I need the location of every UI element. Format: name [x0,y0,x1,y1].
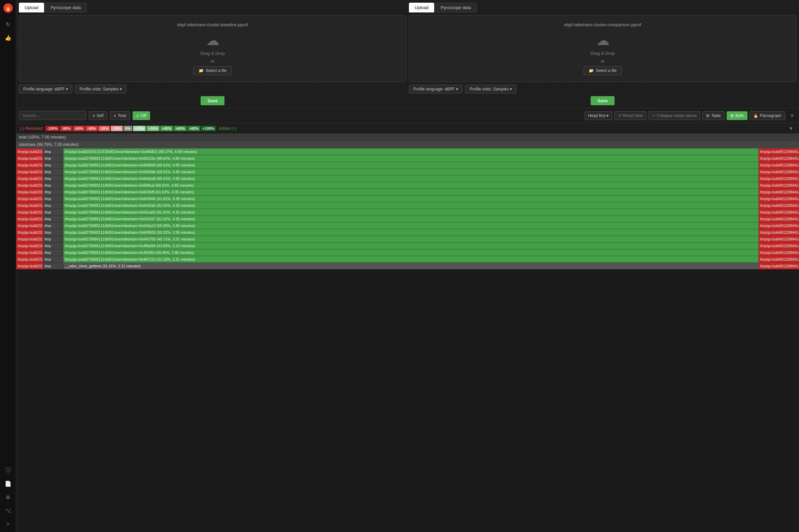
center-bar[interactable]: /tmp/go-build270690111/b001/exe/rideshar… [63,155,759,162]
flame-row[interactable]: /tmp/go-build2319115373//tmp//tmp/tmp/go… [16,236,799,243]
flame-row[interactable]: /tmp/go-build2319115373/b/tmp/tmp/go-bui… [16,175,799,182]
flame-row[interactable]: /tmp/go-build2319115373/b/tmp/tmp/go-bui… [16,182,799,189]
flame-row[interactable]: /tmp/go-build2319115373//tmp/tmp/tmp/go-… [16,202,799,209]
center-bar[interactable]: __vdso_clock_gettime (31.31%, 2.21 minut… [63,263,759,269]
left-red-bar[interactable]: /tmp/go-build2319115373/b [16,148,43,155]
left-dark-bar[interactable]: /tmp [43,236,63,243]
left-pyroscope-tab[interactable]: Pyroscope data [45,3,87,13]
left-red-bar[interactable]: /tmp/go-build2319115373//tmp/ [16,256,43,263]
left-profile-units-btn[interactable]: Profile units: Samples ▾ [75,85,126,94]
collapse-nodes-btn[interactable]: ✂ Collapse nodes above [649,111,701,120]
flame-row[interactable]: /tmp/go-build2319115373/b/tmp/tmp/go-bui… [16,148,799,155]
right-bar[interactable]: /tmp/go-build4012288441/b0 [759,236,799,243]
center-bar[interactable]: /tmp/go-build270690111/b001/exe/rideshar… [63,209,759,215]
expand-icon[interactable]: > [3,518,14,529]
right-bar[interactable]: /tmp/go-build4012288441/b0 [759,162,799,169]
right-profile-language-btn[interactable]: Profile language: eBPF ▾ [409,85,462,94]
left-upload-area[interactable]: ebpf.rideshare-cluster.baseline.pprof ☁ … [19,15,406,82]
left-red-bar[interactable]: /tmp/go-build2319115373/b [16,182,43,189]
head-first-dropdown[interactable]: Head first ▾ [585,111,613,120]
left-dark-bar[interactable]: /tmp [43,256,63,263]
left-dark-bar[interactable]: /tmp [43,182,63,189]
left-dark-bar[interactable]: /tmp [43,189,63,195]
left-dark-bar[interactable]: /tmp [43,148,63,155]
right-bar[interactable]: /tmp/go-build4012288441/b0 [759,263,799,269]
center-bar[interactable]: /tmp/go-build2319115373/b001/exe/ridesha… [63,148,759,155]
self-btn[interactable]: ≡ Self [89,111,107,120]
left-dark-bar[interactable]: /tmp [43,222,63,229]
right-bar[interactable]: /tmp/go-build4012288441/b0 [759,249,799,256]
center-bar[interactable]: /tmp/go-build270690111/b001/exe/rideshar… [63,175,759,182]
left-red-bar[interactable]: /tmp/go-build2319115373//tmp/ [16,236,43,243]
flame-row[interactable]: /tmp/go-build2319115373//tmp/tmp/tmp/go-… [16,195,799,202]
flame-row[interactable]: /tmp/go-build2319115373//tmp//tmp/tmp/go… [16,243,799,249]
plugins-icon[interactable]: ⊕ [3,492,14,502]
left-dark-bar[interactable]: /tmp [43,162,63,169]
table-btn[interactable]: ⊞ Table [703,111,725,120]
left-select-file-btn[interactable]: 📁 Select a file [194,66,232,75]
center-bar[interactable]: /tmp/go-build270690111/b001/exe/rideshar… [63,189,759,195]
left-dark-bar[interactable]: /tmp [43,175,63,182]
menu-icon[interactable]: ≡ [788,113,796,119]
right-bar[interactable]: /tmp/go-build4012288441/b0 [759,256,799,263]
right-bar[interactable]: /tmp/go-build4012288441/b0 [759,169,799,175]
info-icon[interactable]: ⓘ [3,465,14,475]
left-dark-bar[interactable]: /tmp [43,243,63,249]
center-bar[interactable]: /tmp/go-build270690111/b001/exe/rideshar… [63,222,759,229]
left-dark-bar[interactable]: /tmp [43,202,63,209]
center-bar[interactable]: /tmp/go-build270690111/b001/exe/rideshar… [63,195,759,202]
flame-row[interactable]: /tmp/go-build2319115373/b/tmp/tmp/go-bui… [16,155,799,162]
right-bar[interactable]: /tmp/go-build4012288441/b0 [759,148,799,155]
right-upload-area[interactable]: ebpf.rideshare-cluster.comparison.pprof … [409,15,796,82]
left-dark-bar[interactable]: /tmp [43,209,63,215]
flame-row[interactable]: /tmp/go-build2319115373/b/tmp/tmp/go-bui… [16,169,799,175]
left-dark-bar[interactable]: /tmp [43,169,63,175]
left-dark-bar[interactable]: /tmp [43,195,63,202]
refresh-icon[interactable]: ↻ [3,19,14,30]
flame-row[interactable]: /tmp/go-build2319115373//tmp/tmp/tmp/go-… [16,189,799,195]
legend-menu-icon[interactable]: ▾ [787,125,795,132]
left-red-bar[interactable]: /tmp/go-build2319115373//tmp/ [16,243,43,249]
center-bar[interactable]: /tmp/go-build270690111/b001/exe/rideshar… [63,229,759,236]
left-dark-bar[interactable]: /tmp [43,215,63,222]
both-btn[interactable]: ⊞ Both [727,111,747,120]
left-red-bar[interactable]: /tmp/go-build2319115373//tmp [16,195,43,202]
left-dark-bar[interactable]: /tmp [43,249,63,256]
left-red-bar[interactable]: /tmp/go-build2319115373//tmp [16,202,43,209]
left-red-bar[interactable]: /tmp/go-build2319115373//tmp/ [16,222,43,229]
right-bar[interactable]: /tmp/go-build4012288441/b0 [759,222,799,229]
right-pyroscope-tab[interactable]: Pyroscope data [435,3,476,13]
center-bar[interactable]: /tmp/go-build270690111/b001/exe/rideshar… [63,215,759,222]
center-bar[interactable]: /tmp/go-build270690111/b001/exe/rideshar… [63,243,759,249]
flame-row[interactable]: /tmp/go-build2319115373//tmp//tmp/tmp/go… [16,256,799,263]
left-red-bar[interactable]: /tmp/go-build2319115373//tmp [16,189,43,195]
search-input[interactable] [19,111,86,120]
center-bar[interactable]: /tmp/go-build270690111/b001/exe/rideshar… [63,202,759,209]
left-red-bar[interactable]: /tmp/go-build2319115373/b [16,162,43,169]
left-dark-bar[interactable]: /tmp [43,155,63,162]
right-select-file-btn[interactable]: 📁 Select a file [584,66,622,75]
left-dark-bar[interactable]: /tmp [43,229,63,236]
right-upload-tab[interactable]: Upload [409,3,434,13]
right-bar[interactable]: /tmp/go-build4012288441/b0 [759,175,799,182]
right-bar[interactable]: /tmp/go-build4012288441/b0 [759,243,799,249]
center-bar[interactable]: /tmp/go-build270690111/b001/exe/rideshar… [63,182,759,189]
right-bar[interactable]: /tmp/go-build4012288441/b0 [759,209,799,215]
center-bar[interactable]: /tmp/go-build270690111/b001/exe/rideshar… [63,236,759,243]
flame-row[interactable]: /tmp/go-build2319115373//tmp//tmp/tmp/go… [16,229,799,236]
flamegraph-btn[interactable]: 🔥 Flamegraph [749,111,785,120]
right-bar[interactable]: /tmp/go-build4012288441/b0 [759,195,799,202]
github-icon[interactable]: ⌥ [3,505,14,516]
flame-row[interactable]: /tmp/go-build2319115373//tmp/tmp/tmp/go-… [16,209,799,215]
center-bar[interactable]: /tmp/go-build270690111/b001/exe/rideshar… [63,256,759,263]
total-btn[interactable]: ≡ Total [110,111,130,120]
flame-row[interactable]: /tmp/go-build2319115373//tmp//tmp__vdso_… [16,263,799,269]
left-save-btn[interactable]: Save [201,96,224,105]
left-red-bar[interactable]: /tmp/go-build2319115373//tmp [16,215,43,222]
right-profile-units-btn[interactable]: Profile units: Samples ▾ [465,85,516,94]
center-bar[interactable]: /tmp/go-build270690111/b001/exe/rideshar… [63,169,759,175]
flame-row[interactable]: /tmp/go-build2319115373//tmp/tmp/tmp/go-… [16,215,799,222]
flame-row[interactable]: /tmp/go-build2319115373/b/tmp/tmp/go-bui… [16,162,799,169]
center-bar[interactable]: /tmp/go-build270690111/b001/exe/rideshar… [63,162,759,169]
right-bar[interactable]: /tmp/go-build4012288441/b0 [759,215,799,222]
